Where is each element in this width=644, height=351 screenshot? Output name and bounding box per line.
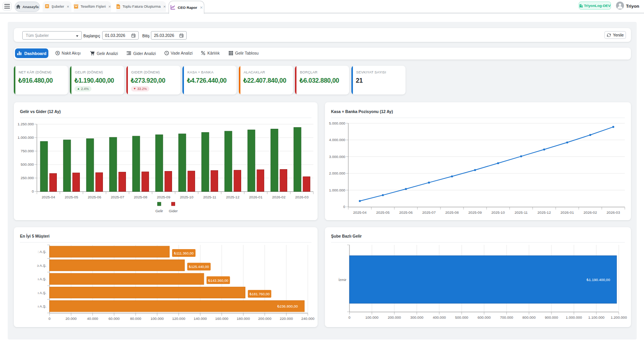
svg-text:750.000: 750.000: [21, 149, 34, 153]
svg-text:₺181.760,00: ₺181.760,00: [250, 292, 270, 296]
svg-text:2025-11: 2025-11: [203, 195, 216, 199]
svg-text:2025-10: 2025-10: [492, 210, 505, 215]
svg-text:20.000: 20.000: [66, 316, 77, 321]
svg-text:80.000: 80.000: [130, 316, 141, 321]
svg-text:Gelir vs Gider (12 Ay): Gelir vs Gider (12 Ay): [20, 109, 61, 114]
svg-text:ı A.Ş.: ı A.Ş.: [38, 277, 46, 281]
svg-text:2025-04: 2025-04: [353, 210, 367, 215]
svg-text:200.000: 200.000: [388, 315, 401, 319]
svg-text:220.000: 220.000: [280, 316, 293, 321]
svg-text:400.000: 400.000: [433, 315, 446, 319]
svg-text:5.000.000: 5.000.000: [329, 121, 345, 125]
svg-text:2025-12: 2025-12: [538, 210, 551, 215]
svg-text:2026-03: 2026-03: [295, 195, 309, 199]
svg-text:2026-01: 2026-01: [561, 210, 574, 215]
svg-text:₺111.360,00: ₺111.360,00: [174, 251, 194, 255]
svg-text:1.200.000: 1.200.000: [611, 315, 627, 319]
svg-text:1.000.000: 1.000.000: [329, 188, 345, 192]
svg-text:Kasa + Banka Pozisyonu (12 Ay): Kasa + Banka Pozisyonu (12 Ay): [331, 109, 393, 114]
svg-text:: A.Ş.: : A.Ş.: [38, 250, 46, 254]
svg-text:1.000.000: 1.000.000: [566, 315, 582, 319]
svg-text:0: 0: [348, 315, 350, 319]
svg-text:4.000.000: 4.000.000: [329, 138, 345, 142]
svg-text:120.000: 120.000: [172, 316, 185, 321]
svg-text:3.000.000: 3.000.000: [329, 155, 345, 159]
svg-text:2025-06: 2025-06: [88, 195, 101, 199]
svg-text:2025-12: 2025-12: [226, 195, 240, 199]
svg-text:900.000: 900.000: [545, 315, 558, 319]
svg-text:2025-08: 2025-08: [445, 210, 459, 215]
svg-text:2025-09: 2025-09: [469, 210, 482, 215]
svg-text:ɔ A.Ş.: ɔ A.Ş.: [37, 263, 46, 268]
svg-text:250.000: 250.000: [21, 176, 34, 180]
svg-text:Şube Bazlı Gelir: Şube Bazlı Gelir: [331, 234, 362, 238]
svg-text:2025-09: 2025-09: [157, 195, 171, 199]
svg-text:600.000: 600.000: [477, 315, 490, 319]
svg-text:500.000: 500.000: [455, 315, 468, 319]
svg-text:180.000: 180.000: [237, 316, 250, 321]
svg-text:140.000: 140.000: [194, 316, 207, 321]
svg-text:800.000: 800.000: [522, 315, 535, 319]
svg-text:2026-02: 2026-02: [584, 210, 597, 215]
svg-text:Gelir: Gelir: [155, 209, 163, 213]
svg-text:En İyi 5 Müşteri: En İyi 5 Müşteri: [20, 234, 50, 238]
svg-text:2025-11: 2025-11: [515, 210, 528, 215]
svg-text:700.000: 700.000: [500, 315, 513, 319]
svg-text:₺143.360,00: ₺143.360,00: [208, 279, 228, 283]
svg-text:2026-02: 2026-02: [272, 195, 286, 199]
svg-text:₺236.800,00: ₺236.800,00: [277, 304, 298, 308]
svg-text:2025-06: 2025-06: [399, 210, 413, 215]
svg-text:200.000: 200.000: [258, 316, 271, 321]
svg-text:160.000: 160.000: [215, 316, 228, 321]
svg-text:₺125.440,00: ₺125.440,00: [189, 265, 209, 269]
svg-text:240.000: 240.000: [301, 316, 314, 321]
svg-text:2026-03: 2026-03: [607, 210, 620, 215]
svg-text:100.000: 100.000: [151, 316, 164, 321]
svg-text:2025-10: 2025-10: [180, 195, 194, 199]
svg-text:500.000: 500.000: [21, 162, 34, 166]
svg-text:Gider: Gider: [169, 209, 177, 213]
svg-text:2.000.000: 2.000.000: [329, 171, 345, 175]
svg-text:40.000: 40.000: [87, 316, 98, 321]
svg-text:0: 0: [32, 189, 34, 193]
svg-text:₺1.190.400,00: ₺1.190.400,00: [586, 278, 610, 282]
svg-text:2026-01: 2026-01: [249, 195, 263, 199]
svg-text:1.000.000: 1.000.000: [18, 135, 34, 140]
svg-text:2025-05: 2025-05: [65, 195, 78, 199]
svg-text:1.250.000: 1.250.000: [18, 122, 34, 126]
svg-text:2025-07: 2025-07: [111, 195, 124, 199]
svg-text:100.000: 100.000: [365, 315, 378, 319]
svg-text:2025-07: 2025-07: [422, 210, 436, 215]
svg-text:0: 0: [343, 205, 345, 209]
svg-text:ı A.Ş.: ı A.Ş.: [38, 304, 46, 308]
svg-text:ı A.Ş.: ı A.Ş.: [38, 291, 46, 295]
svg-text:İzmir: İzmir: [338, 278, 346, 282]
svg-text:300.000: 300.000: [410, 315, 423, 319]
svg-text:S: S: [56, 52, 58, 54]
svg-text:60.000: 60.000: [109, 316, 120, 321]
svg-text:2025-08: 2025-08: [134, 195, 147, 199]
svg-text:2025-05: 2025-05: [376, 210, 390, 215]
svg-text:0: 0: [48, 316, 50, 321]
svg-text:1.100.000: 1.100.000: [588, 315, 604, 319]
svg-text:2025-04: 2025-04: [42, 195, 55, 199]
